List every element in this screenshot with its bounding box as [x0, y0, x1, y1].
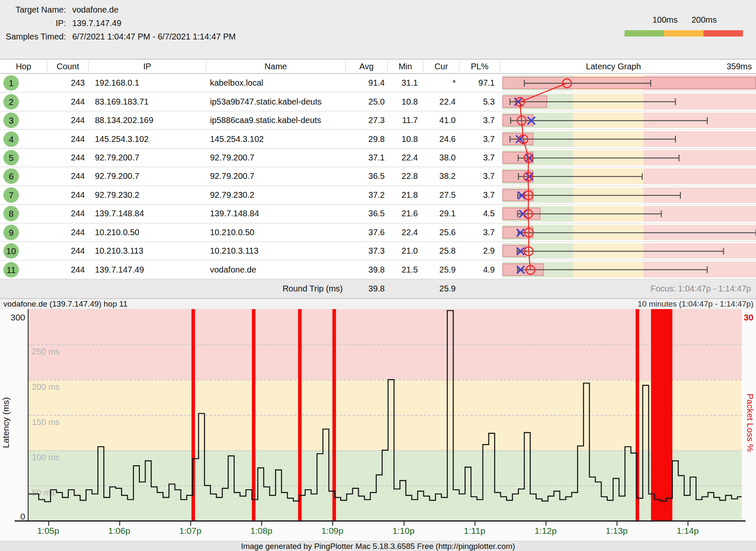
- ip-cell: 10.210.0.50: [88, 223, 206, 241]
- count-cell: 244: [47, 130, 88, 148]
- column-header-name[interactable]: Name: [206, 61, 345, 71]
- ip-cell: 145.254.3.102: [88, 130, 206, 148]
- hop-cell: 1: [0, 74, 47, 92]
- timeline-plot-area[interactable]: 250 ms200 ms150 ms100 ms50 ms: [29, 309, 742, 521]
- min-cell: 10.8: [387, 130, 423, 148]
- hop-row-2[interactable]: 224483.169.183.71ip53a9b747.static.kabel…: [0, 92, 756, 111]
- name-cell: kabelbox.local: [206, 74, 345, 92]
- time-tick: [475, 522, 475, 526]
- avg-cell: 29.8: [345, 130, 387, 148]
- name-cell: 10.210.3.113: [206, 242, 345, 260]
- column-header-avg[interactable]: Avg: [345, 61, 387, 71]
- hop-number-badge: 6: [3, 168, 19, 184]
- count-cell: 244: [47, 223, 88, 241]
- samples-timed-label: Samples Timed:: [0, 32, 66, 42]
- legend-100ms-label: 100ms: [646, 15, 685, 25]
- name-cell: 92.79.200.7: [206, 149, 345, 167]
- time-tick: [546, 522, 546, 526]
- time-tick: [617, 522, 617, 526]
- hop-row-11[interactable]: 11244139.7.147.49vodafone.de39.821.525.9…: [0, 260, 756, 279]
- y-max-label: 300: [2, 312, 25, 323]
- hop-latency-graph-cell: [500, 242, 756, 260]
- cur-cell: 22.4: [423, 92, 459, 110]
- hop-range-whisker: [500, 111, 756, 130]
- hop-latency-graph-cell: [500, 260, 756, 278]
- hop-range-whisker: [500, 223, 756, 242]
- hop-row-5[interactable]: 524492.79.200.792.79.200.737.122.438.03.…: [0, 149, 756, 167]
- time-tick: [332, 522, 333, 526]
- name-cell: 92.79.200.7: [206, 167, 345, 185]
- ip-cell: 83.169.183.71: [88, 92, 206, 110]
- column-header-latency-graph[interactable]: Latency Graph359ms: [500, 61, 756, 71]
- column-header-plpct[interactable]: PL%: [459, 61, 500, 71]
- count-cell: 244: [47, 149, 88, 167]
- packet-loss-max-label: 30: [744, 312, 753, 323]
- ip-cell: 92.79.230.2: [88, 186, 206, 204]
- summary-header: Target Name: vodafone.de IP: 139.7.147.4…: [0, 0, 756, 59]
- legend-yellow-segment: [664, 30, 704, 37]
- ip-cell: 88.134.202.169: [88, 111, 206, 129]
- hop-number-badge: 10: [3, 243, 19, 259]
- avg-cell: 37.1: [345, 149, 387, 167]
- column-header-cur[interactable]: Cur: [423, 61, 459, 71]
- name-cell: 139.7.148.84: [206, 205, 345, 223]
- ip-label: IP:: [0, 18, 66, 28]
- count-cell: 244: [47, 260, 88, 278]
- hop-cell: 8: [0, 205, 47, 223]
- round-trip-cur: 25.9: [423, 279, 459, 298]
- hop-number-badge: 9: [3, 225, 19, 240]
- ip-value: 139.7.147.49: [72, 18, 121, 28]
- hop-row-8[interactable]: 8244139.7.148.84139.7.148.8436.521.629.1…: [0, 205, 756, 223]
- x-axis-line: [15, 520, 746, 522]
- hop-row-6[interactable]: 624492.79.200.792.79.200.736.522.838.23.…: [0, 167, 756, 186]
- hop-row-1[interactable]: 1243192.168.0.1kabelbox.local91.431.1*97…: [0, 74, 756, 92]
- time-label-1-07p: 1:07p: [171, 526, 209, 536]
- cur-cell: 27.5: [423, 186, 459, 204]
- hop-range-whisker: [500, 130, 756, 148]
- count-cell: 243: [47, 74, 88, 92]
- packet-loss-axis-title: Packet Loss %: [744, 368, 755, 477]
- hop-row-9[interactable]: 924410.210.0.5010.210.0.5037.622.425.63.…: [0, 223, 756, 242]
- round-trip-avg: 39.8: [345, 279, 387, 298]
- column-header-hop[interactable]: Hop: [0, 61, 47, 71]
- min-cell: 21.5: [387, 260, 423, 278]
- column-header-count[interactable]: Count: [47, 61, 88, 71]
- hop-range-whisker: [500, 74, 756, 92]
- hop-row-7[interactable]: 724492.79.230.292.79.230.237.221.827.53.…: [0, 186, 756, 205]
- legend-200ms-label: 200ms: [685, 15, 724, 25]
- hop-row-4[interactable]: 4244145.254.3.102145.254.3.10229.810.824…: [0, 130, 756, 148]
- cur-cell: 25.6: [423, 223, 459, 241]
- hop-cell: 7: [0, 186, 47, 204]
- avg-cell: 37.6: [345, 223, 387, 241]
- latency-series-line: [29, 310, 742, 501]
- name-cell: vodafone.de: [206, 260, 345, 278]
- hop-range-whisker: [500, 242, 756, 260]
- hop-row-3[interactable]: 324488.134.202.169ip5886caa9.static.kabe…: [0, 111, 756, 130]
- latency-series-chart: [29, 309, 742, 521]
- name-cell: ip5886caa9.static.kabel-deuts: [206, 111, 345, 129]
- hop-range-whisker: [500, 167, 756, 186]
- count-cell: 244: [47, 167, 88, 185]
- column-header-ip[interactable]: IP: [88, 61, 206, 71]
- round-trip-label: Round Trip (ms): [206, 279, 345, 298]
- hop-row-10[interactable]: 1024410.210.3.11310.210.3.11337.321.025.…: [0, 242, 756, 260]
- min-cell: 21.0: [387, 242, 423, 260]
- target-name-value: vodafone.de: [72, 5, 118, 15]
- cur-cell: 25.9: [423, 260, 459, 278]
- ip-cell: 192.168.0.1: [88, 74, 206, 92]
- ip-cell: 139.7.147.49: [88, 260, 206, 278]
- hop-cell: 6: [0, 167, 47, 185]
- timeline-title-strip: vodafone.de (139.7.147.49) hop 11 10 min…: [0, 299, 756, 309]
- latency-color-legend: 100ms 200ms: [625, 15, 751, 40]
- avg-cell: 91.4: [345, 74, 387, 92]
- min-cell: 22.4: [387, 149, 423, 167]
- latency-graph-title: Latency Graph: [500, 61, 727, 71]
- timeline-plot: 250 ms200 ms150 ms100 ms50 ms 300 0 Late…: [0, 309, 756, 541]
- hop-range-whisker: [500, 205, 756, 223]
- avg-cell: 36.5: [345, 167, 387, 185]
- column-header-min[interactable]: Min: [387, 61, 423, 71]
- hop-latency-graph-cell: [500, 186, 756, 204]
- avg-cell: 39.8: [345, 260, 387, 278]
- pl-cell: 3.7: [459, 186, 500, 204]
- min-cell: 21.6: [387, 205, 423, 223]
